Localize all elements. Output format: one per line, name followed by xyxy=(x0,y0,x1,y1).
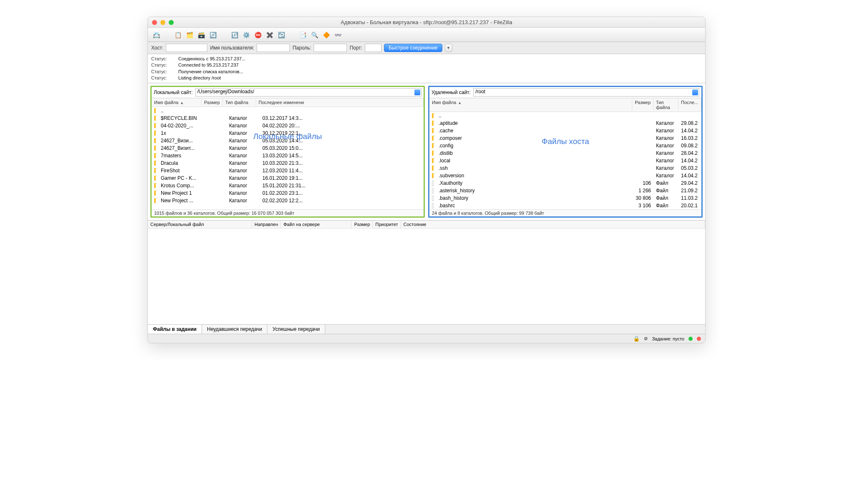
file-row[interactable]: 24627_Визи...Каталог05.03.2020 14:4... xyxy=(152,137,424,144)
remote-path-row: Удаленный сайт: /root xyxy=(429,87,701,98)
file-row[interactable]: 04-02-2020_...Каталог04.02.2020 20:... xyxy=(152,122,424,129)
remote-panel: Удаленный сайт: /root Имя файла▲ Размер … xyxy=(428,86,703,218)
pass-label: Пароль: xyxy=(292,45,311,51)
toolbar: 📇 📋 🗂️ 🗃️ 🔄 🔃 ⚙️ ⛔ ✖️ ↩️ 📑 🔍 🔶 👓 xyxy=(148,28,705,42)
username-input[interactable] xyxy=(257,44,290,52)
filter-button[interactable]: 📑 xyxy=(298,30,308,40)
password-input[interactable] xyxy=(314,44,347,52)
file-row[interactable]: .distlibКаталог28.04.2 xyxy=(429,149,701,157)
search-button[interactable]: 🔍 xyxy=(309,30,319,40)
file-row[interactable]: .bashrc3 106Файл20.02.1 xyxy=(429,202,701,209)
local-file-list[interactable]: Локальные файлы ..$RECYCLE.BINКаталог03.… xyxy=(152,107,424,209)
file-row[interactable]: 7mastersКаталог13.03.2020 14:5... xyxy=(152,152,424,159)
user-label: Имя пользователя: xyxy=(210,45,254,51)
queue-status-label: Задание: пусто xyxy=(652,336,684,341)
sort-asc-icon: ▲ xyxy=(180,101,184,105)
process-queue-button[interactable]: ⚙️ xyxy=(241,30,251,40)
file-row[interactable]: New Project 1Каталог01.02.2020 23:1... xyxy=(152,189,424,197)
activity-led-green xyxy=(688,337,693,341)
sort-asc-icon: ▲ xyxy=(458,101,461,105)
compare-button[interactable]: 🔶 xyxy=(321,30,331,40)
local-file-header[interactable]: Имя файла▲ Размер Тип файла Последнее из… xyxy=(152,98,424,107)
host-input[interactable] xyxy=(166,44,207,52)
file-row[interactable]: .aptitudeКаталог29.08.2 xyxy=(429,119,701,127)
file-row[interactable]: DraculaКаталог10.03.2020 21:3... xyxy=(152,159,424,167)
port-label: Порт: xyxy=(349,45,362,51)
tab-failed[interactable]: Неудавшиеся передачи xyxy=(202,325,267,334)
remote-status: 24 файла и 8 каталогов. Общий размер: 99… xyxy=(429,209,701,216)
cancel-button[interactable]: ⛔ xyxy=(253,30,263,40)
file-row[interactable]: .configКаталог09.08.2 xyxy=(429,142,701,149)
file-row[interactable]: New Project ...Каталог02.02.2020 12:2... xyxy=(152,197,424,204)
local-path-dropdown[interactable]: /Users/sergej/Downloads/ xyxy=(195,88,422,97)
toggle-queue-button[interactable]: 🔄 xyxy=(208,30,218,40)
encryption-icon[interactable]: ⊘ xyxy=(644,336,648,341)
sync-browse-button[interactable]: 👓 xyxy=(333,30,343,40)
tab-success[interactable]: Успешные передачи xyxy=(267,325,325,334)
message-log: Статус:Соединяюсь с 95.213.217.237...Ста… xyxy=(148,54,705,83)
local-panel: Локальный сайт: /Users/sergej/Downloads/… xyxy=(150,86,425,218)
site-manager-button[interactable]: 📇 xyxy=(151,30,161,40)
file-row[interactable]: Gamer PC - K...Каталог16.01.2020 19:1... xyxy=(152,174,424,182)
remote-path-dropdown[interactable]: /root xyxy=(473,88,699,97)
file-row[interactable]: FireShotКаталог12.03.2020 11:4... xyxy=(152,167,424,174)
quickconnect-button[interactable]: Быстрое соединение xyxy=(384,44,442,52)
toggle-local-tree-button[interactable]: 🗂️ xyxy=(185,30,195,40)
queue-tabs: Файлы в задании Неудавшиеся передачи Усп… xyxy=(148,324,705,334)
reconnect-button[interactable]: ↩️ xyxy=(276,30,286,40)
app-window: Адвокаты - Больная виртуалка - sftp://ro… xyxy=(147,17,706,343)
port-input[interactable] xyxy=(365,44,382,52)
file-row[interactable]: Krotus Comp...Каталог15.01.2020 21:31... xyxy=(152,182,424,189)
local-site-label: Локальный сайт: xyxy=(154,89,193,95)
file-row[interactable]: .sshКаталог05.03.2 xyxy=(429,164,701,172)
quickconnect-bar: Хост: Имя пользователя: Пароль: Порт: Бы… xyxy=(148,42,705,54)
queue-body[interactable] xyxy=(148,228,705,324)
host-label: Хост: xyxy=(151,45,163,51)
remote-site-label: Удаленный сайт: xyxy=(431,89,471,95)
file-row[interactable]: .subversionКаталог14.04.2 xyxy=(429,172,701,179)
tab-queued[interactable]: Файлы в задании xyxy=(148,325,202,334)
file-row[interactable]: $RECYCLE.BINКаталог03.12.2017 14:3... xyxy=(152,114,424,122)
transfer-queue: Сервер/Локальный файл Направлен Файл на … xyxy=(148,220,705,324)
file-row[interactable]: .Xauthority106Файл29.04.2 xyxy=(429,179,701,187)
toggle-remote-tree-button[interactable]: 🗃️ xyxy=(196,30,206,40)
titlebar: Адвокаты - Больная виртуалка - sftp://ro… xyxy=(148,17,705,28)
disconnect-button[interactable]: ✖️ xyxy=(264,30,274,40)
queue-header[interactable]: Сервер/Локальный файл Направлен Файл на … xyxy=(148,221,705,228)
file-row[interactable]: 1xКаталог30.12.2019 22:1... xyxy=(152,129,424,137)
file-row[interactable]: .. xyxy=(429,112,701,119)
statusbar: 🔒 ⊘ Задание: пусто xyxy=(148,334,705,343)
local-status: 1015 файлов и 36 каталогов. Общий размер… xyxy=(152,209,424,216)
file-row[interactable]: 24627_Визит...Каталог05.03.2020 15:0... xyxy=(152,144,424,152)
local-path-row: Локальный сайт: /Users/sergej/Downloads/ xyxy=(152,87,424,98)
activity-led-red xyxy=(697,337,701,341)
file-panels: Локальный сайт: /Users/sergej/Downloads/… xyxy=(148,83,705,220)
toggle-log-button[interactable]: 📋 xyxy=(173,30,183,40)
file-row[interactable]: .asterisk_history1 266Файл21.09.2 xyxy=(429,187,701,194)
window-title: Адвокаты - Больная виртуалка - sftp://ro… xyxy=(148,19,705,25)
remote-file-header[interactable]: Имя файла▲ Размер Тип файла После... xyxy=(429,98,701,112)
file-row[interactable]: .composerКаталог16.03.2 xyxy=(429,134,701,142)
quickconnect-dropdown[interactable]: ▼ xyxy=(445,44,452,52)
refresh-button[interactable]: 🔃 xyxy=(229,30,239,40)
remote-file-list[interactable]: Файлы хоста ...aptitudeКаталог29.08.2.ca… xyxy=(429,112,701,209)
file-row[interactable]: .bash_history30 806Файл11.03.2 xyxy=(429,194,701,202)
file-row[interactable]: .. xyxy=(152,107,424,114)
file-row[interactable]: .localКаталог14.04.2 xyxy=(429,157,701,164)
file-row[interactable]: .cacheКаталог14.04.2 xyxy=(429,127,701,134)
lock-icon[interactable]: 🔒 xyxy=(633,335,640,342)
